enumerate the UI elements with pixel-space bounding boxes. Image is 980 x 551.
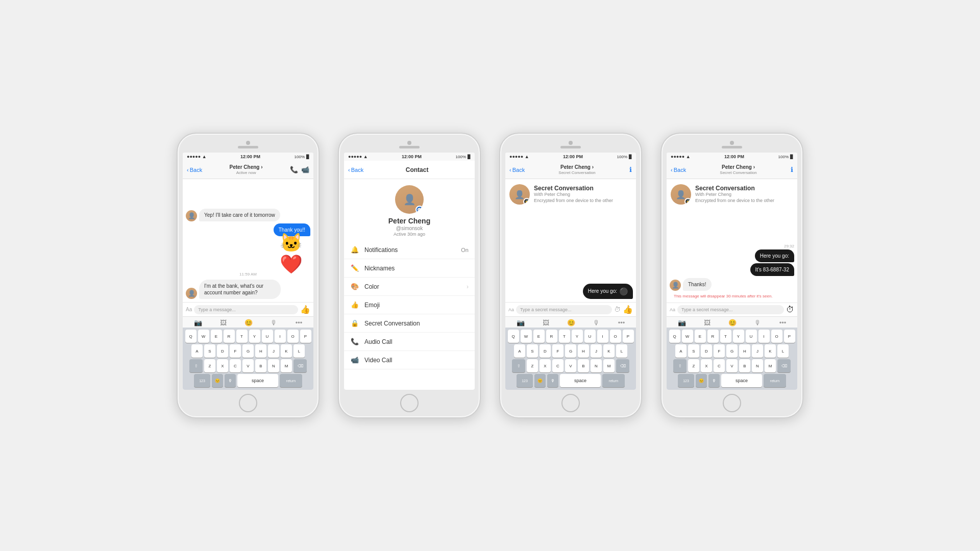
k4-e[interactable]: E — [695, 330, 706, 343]
k4-s[interactable]: S — [688, 344, 699, 358]
menu-color[interactable]: 🎨 Color › — [344, 278, 475, 296]
key-o[interactable]: O — [287, 330, 299, 343]
menu-audio-call[interactable]: 📞 Audio Call — [344, 333, 475, 351]
k4-v[interactable]: V — [726, 359, 738, 372]
key-emoji[interactable]: 😊 — [212, 374, 223, 387]
k3-j[interactable]: J — [591, 344, 602, 358]
mic-tb-icon-4[interactable]: 🎙 — [754, 319, 761, 327]
k3-s[interactable]: S — [527, 344, 538, 358]
k4-i[interactable]: I — [758, 330, 770, 343]
thumbsup-icon[interactable]: 👍 — [300, 305, 310, 314]
key-l[interactable]: L — [293, 344, 305, 358]
key-m[interactable]: M — [281, 359, 292, 372]
k4-x[interactable]: X — [701, 359, 712, 372]
key-p[interactable]: P — [300, 330, 311, 343]
emoji-tb-icon-3[interactable]: 😊 — [567, 319, 575, 327]
k4-a[interactable]: A — [675, 344, 687, 358]
key-s[interactable]: S — [204, 344, 215, 358]
k3-a[interactable]: A — [514, 344, 525, 358]
key-u[interactable]: U — [262, 330, 273, 343]
key-q[interactable]: Q — [185, 330, 197, 343]
video-icon[interactable]: 📹 — [301, 166, 309, 173]
k4-c[interactable]: C — [714, 359, 725, 372]
k4-space[interactable]: space — [721, 374, 762, 387]
phone-icon[interactable]: 📞 — [290, 166, 298, 173]
k3-shift[interactable]: ⇧ — [512, 359, 525, 372]
back-button-4[interactable]: ‹ Back — [671, 167, 686, 173]
k4-123[interactable]: 123 — [678, 374, 694, 387]
key-a[interactable]: A — [191, 344, 203, 358]
k4-backspace[interactable]: ⌫ — [777, 359, 791, 372]
key-g[interactable]: G — [242, 344, 254, 358]
key-123[interactable]: 123 — [194, 374, 210, 387]
k3-v[interactable]: V — [565, 359, 576, 372]
home-button-2[interactable] — [400, 394, 419, 412]
home-button-3[interactable] — [561, 394, 580, 412]
k3-y[interactable]: Y — [572, 330, 583, 343]
key-w[interactable]: W — [198, 330, 209, 343]
k4-w[interactable]: W — [682, 330, 693, 343]
k3-return[interactable]: return — [602, 374, 625, 387]
key-r[interactable]: R — [224, 330, 235, 343]
k3-r[interactable]: R — [546, 330, 557, 343]
k3-d[interactable]: D — [540, 344, 551, 358]
info-icon-3[interactable]: ℹ — [629, 166, 632, 173]
key-k[interactable]: K — [281, 344, 292, 358]
menu-secret[interactable]: 🔒 Secret Conversation — [344, 314, 475, 333]
menu-notifications[interactable]: 🔔 Notifications On — [344, 241, 475, 259]
k4-return[interactable]: return — [764, 374, 786, 387]
cam-icon-3[interactable]: 📷 — [517, 319, 525, 327]
key-j[interactable]: J — [268, 344, 279, 358]
k3-mic[interactable]: 🎙 — [547, 374, 558, 387]
key-e[interactable]: E — [211, 330, 222, 343]
more-tb-icon-4[interactable]: ••• — [779, 319, 787, 327]
img-icon-4[interactable]: 🖼 — [704, 319, 710, 327]
k3-emoji[interactable]: 😊 — [534, 374, 546, 387]
k3-backspace[interactable]: ⌫ — [616, 359, 629, 372]
k3-q[interactable]: Q — [508, 330, 519, 343]
k4-t[interactable]: T — [720, 330, 731, 343]
k4-mic[interactable]: 🎙 — [708, 374, 720, 387]
timer-icon-3[interactable]: ⏱ — [614, 306, 621, 313]
more-tb-icon-3[interactable]: ••• — [618, 319, 625, 327]
key-v[interactable]: V — [242, 359, 254, 372]
k3-k[interactable]: K — [603, 344, 615, 358]
key-mic[interactable]: 🎙 — [225, 374, 236, 387]
k3-space[interactable]: space — [560, 374, 601, 387]
k4-n[interactable]: N — [752, 359, 763, 372]
return-key[interactable]: return — [280, 374, 302, 387]
k4-r[interactable]: R — [707, 330, 719, 343]
thumbsup-icon-3[interactable]: 👍 — [623, 305, 633, 314]
k3-m[interactable]: M — [603, 359, 615, 372]
message-input-1[interactable]: Type a message... — [194, 305, 298, 314]
menu-emoji[interactable]: 👍 Emoji — [344, 296, 475, 314]
img-icon-3[interactable]: 🖼 — [543, 319, 549, 327]
k3-l[interactable]: L — [616, 344, 627, 358]
k4-y[interactable]: Y — [733, 330, 744, 343]
key-d[interactable]: D — [217, 344, 228, 358]
k3-c[interactable]: C — [552, 359, 564, 372]
back-button-2[interactable]: ‹ Back — [348, 167, 363, 173]
space-key[interactable]: space — [237, 374, 278, 387]
k4-m[interactable]: M — [765, 359, 776, 372]
k3-123[interactable]: 123 — [517, 374, 533, 387]
secret-input-4[interactable]: Type a secret message... — [677, 305, 784, 314]
home-button-1[interactable] — [239, 394, 257, 412]
k3-n[interactable]: N — [591, 359, 602, 372]
info-icon-4[interactable]: ℹ — [791, 166, 793, 173]
k4-emoji[interactable]: 😊 — [696, 374, 707, 387]
k4-u[interactable]: U — [746, 330, 757, 343]
more-icon[interactable]: ••• — [296, 319, 303, 327]
key-h[interactable]: H — [255, 344, 266, 358]
mic-icon[interactable]: 🎙 — [271, 319, 277, 327]
k3-u[interactable]: U — [584, 330, 596, 343]
key-t[interactable]: T — [236, 330, 248, 343]
timer-icon-4[interactable]: ⏱ — [786, 305, 794, 314]
k4-k[interactable]: K — [765, 344, 776, 358]
shift-key[interactable]: ⇧ — [189, 359, 203, 372]
cam-icon-4[interactable]: 📷 — [678, 319, 686, 327]
key-i[interactable]: I — [275, 330, 286, 343]
key-c[interactable]: C — [230, 359, 241, 372]
backspace-key[interactable]: ⌫ — [293, 359, 307, 372]
k3-o[interactable]: O — [610, 330, 621, 343]
